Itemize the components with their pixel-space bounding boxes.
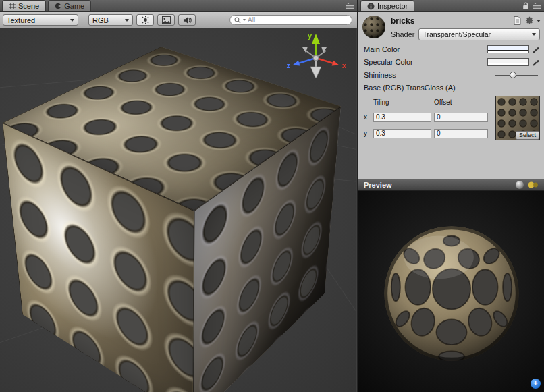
gizmo-center[interactable] [313, 55, 319, 61]
shininess-label: Shininess [364, 71, 495, 79]
alpha-strip [488, 63, 528, 65]
gear-icon[interactable] [525, 16, 534, 25]
chevron-down-icon [532, 33, 536, 36]
slider-thumb[interactable] [510, 72, 516, 78]
preview-plus-button[interactable]: + [531, 379, 541, 389]
base-map-section: Tiling Offset x y Select [358, 94, 544, 140]
orientation-gizmo[interactable]: y x z [282, 30, 347, 84]
panel-menu-icon[interactable] [346, 2, 354, 10]
texture-thumbnail[interactable]: Select [495, 96, 540, 140]
main-color-label: Main Color [364, 45, 487, 53]
gizmo-z-label: z [287, 61, 291, 69]
specular-color-swatch[interactable] [487, 58, 529, 66]
offset-y-input[interactable] [434, 129, 488, 138]
tiling-x-input[interactable] [373, 113, 431, 122]
unity-editor-window: Scene Game Textured [0, 0, 544, 392]
sun-icon [141, 16, 150, 24]
gizmo-x-axis[interactable] [316, 58, 339, 65]
render-mode-dropdown[interactable]: RGB [88, 14, 133, 26]
shader-value: Transparent/Specular [423, 30, 491, 38]
search-icon [234, 17, 241, 24]
main-color-eyedropper[interactable] [533, 45, 540, 53]
scene-tabbar: Scene Game [0, 0, 357, 12]
scene-fx-toggle[interactable] [157, 14, 175, 26]
gizmo-z-axis[interactable] [293, 58, 316, 65]
shader-dropdown[interactable]: Transparent/Specular [418, 28, 540, 40]
offset-x-input[interactable] [434, 113, 488, 122]
preview-model-button[interactable] [516, 181, 524, 189]
shader-label: Shader [391, 30, 414, 38]
inspector-panel: Inspector bricks Shader [358, 0, 544, 392]
offset-header: Offset [434, 99, 488, 106]
specular-color-label: Specular Color [364, 58, 487, 66]
preview-light-button[interactable] [528, 181, 539, 189]
eyedropper-icon [533, 58, 540, 66]
scene-lighting-toggle[interactable] [136, 14, 154, 26]
lock-icon[interactable] [522, 2, 529, 10]
scene-viewport[interactable]: y x z [0, 28, 356, 392]
render-mode-value: RGB [92, 16, 109, 24]
gizmo-y-label: y [308, 32, 312, 40]
tiling-y-input[interactable] [373, 129, 431, 138]
y-axis-label: y [364, 130, 371, 137]
panel-menu-icon[interactable] [533, 2, 541, 10]
scene-audio-toggle[interactable] [178, 14, 196, 26]
shininess-slider[interactable] [495, 71, 538, 79]
image-icon [162, 16, 171, 24]
help-doc-icon[interactable] [514, 16, 521, 25]
alpha-strip [488, 50, 528, 53]
eyedropper-icon [533, 45, 540, 53]
preview-section: Preview [358, 179, 544, 392]
base-map-label: Base (RGB) TransGloss (A) [364, 84, 540, 92]
scene-toolbar: Textured RGB [0, 12, 357, 28]
tab-scene-label: Scene [18, 2, 39, 10]
texture-select-button[interactable]: Select [516, 131, 539, 140]
inspector-tabbar: Inspector [358, 0, 544, 12]
slider-track [495, 75, 538, 76]
preview-header[interactable]: Preview [358, 179, 544, 191]
material-sphere-icon [362, 16, 385, 38]
tab-inspector-label: Inspector [377, 2, 408, 10]
tab-game[interactable]: Game [48, 0, 91, 11]
gizmo-back-arms [302, 47, 327, 78]
specular-color-row: Specular Color [358, 56, 544, 68]
preview-sphere [379, 221, 524, 366]
tab-scene[interactable]: Scene [2, 0, 46, 11]
main-color-row: Main Color [358, 43, 544, 55]
main-color-swatch[interactable] [487, 45, 529, 53]
scene-cube[interactable] [89, 82, 275, 352]
gizmo-y-axis[interactable] [312, 34, 320, 58]
gear-menu-arrow-icon[interactable] [537, 20, 541, 22]
chevron-down-icon [125, 19, 129, 22]
search-filter-label: All [248, 16, 255, 24]
draw-mode-dropdown[interactable]: Textured [3, 14, 78, 26]
shininess-row: Shininess [358, 69, 544, 81]
tiling-header: Tiling [373, 99, 431, 106]
tab-game-label: Game [64, 2, 84, 10]
scene-search-field[interactable]: All [229, 15, 352, 25]
base-map-label-row: Base (RGB) TransGloss (A) [358, 82, 544, 94]
speaker-icon [183, 16, 192, 24]
draw-mode-value: Textured [7, 16, 35, 24]
scene-grid-icon [9, 3, 16, 9]
material-header: bricks Shader Transparent/Specular [358, 12, 544, 43]
scene-panel: Scene Game Textured [0, 0, 358, 392]
tab-inspector[interactable]: Inspector [360, 0, 414, 11]
chevron-down-icon [70, 19, 74, 22]
preview-title: Preview [364, 181, 392, 189]
preview-body[interactable]: + [358, 191, 544, 392]
gizmo-x-label: x [342, 61, 347, 69]
specular-color-eyedropper[interactable] [533, 58, 540, 66]
game-icon [55, 3, 61, 9]
x-axis-label: x [364, 113, 371, 121]
info-icon [367, 3, 375, 10]
search-filter-arrow-icon [243, 19, 246, 21]
